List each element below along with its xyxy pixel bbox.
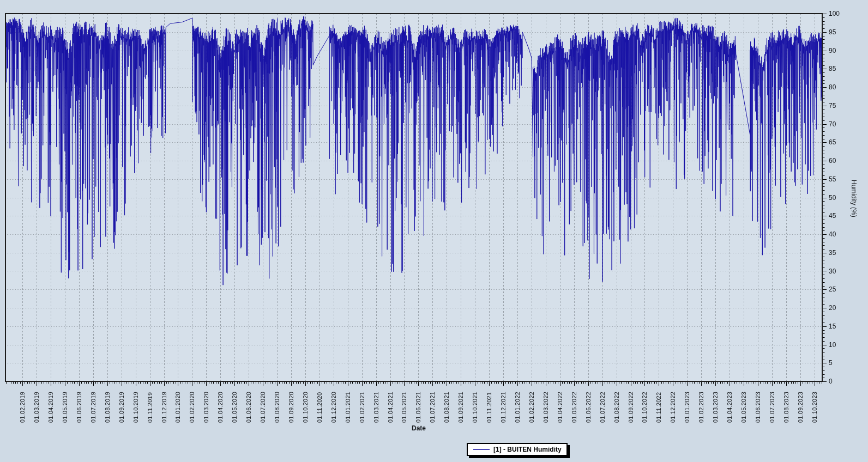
legend[interactable]: [1] - BUITEN Humidity <box>467 443 568 456</box>
plot-area[interactable] <box>0 0 868 462</box>
legend-line-sample-icon <box>473 449 490 450</box>
x-axis-title: Date <box>402 424 435 432</box>
y-axis-title: Humidity (%) <box>850 180 858 217</box>
humidity-chart-panel: 01.02.201901.03.201901.04.201901.05.2019… <box>0 0 868 462</box>
legend-label: [1] - BUITEN Humidity <box>493 446 562 453</box>
